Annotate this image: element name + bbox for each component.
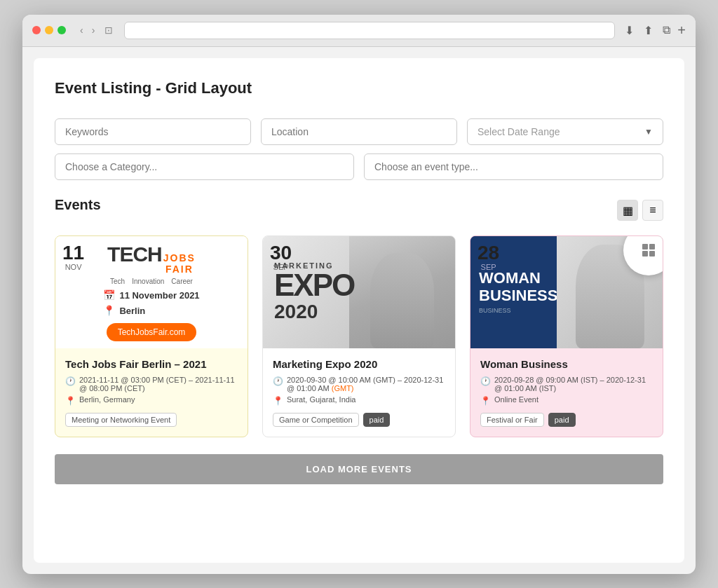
woman-card-tags: Festival or Fair paid [480, 413, 653, 427]
expo-card-meta: 🕐 2020-09-30 @ 10:00 AM (GMT) – 2020-12-… [273, 376, 445, 406]
grid-icon: ▦ [623, 204, 633, 217]
expo-person-bg [349, 236, 455, 348]
woman-paid-tag: paid [548, 413, 576, 427]
copy-icon[interactable]: ⧉ [660, 22, 673, 39]
browser-content: Event Listing - Grid Layout Select Date … [34, 58, 684, 563]
woman-title-display: WOMANBUSINESS [479, 270, 555, 303]
location-pin-icon: 📍 [65, 396, 76, 406]
expo-datetime: 2020-09-30 @ 10:00 AM (GMT) – 2020-12-31… [287, 376, 445, 392]
expo-location-row: 📍 Surat, Gujarat, India [273, 395, 445, 406]
tab-button[interactable]: ⊡ [100, 23, 117, 37]
forward-button[interactable]: › [89, 23, 98, 37]
search-row-2 [55, 153, 663, 180]
tech-date-badge: 11 NOV [62, 243, 84, 271]
maximize-dot[interactable] [57, 26, 66, 34]
load-more-button[interactable]: LOAD MORE EVENTS [55, 454, 663, 484]
daterange-select[interactable]: Select Date Range ▼ [467, 118, 663, 145]
woman-date-badge: 28 SEP [477, 243, 499, 271]
browser-actions: ⬇ ⬆ ⧉ + [622, 22, 686, 39]
tech-card-tags: Meeting or Networking Event [65, 413, 238, 427]
woman-event-tag: Festival or Fair [480, 413, 544, 427]
clock-icon-woman: 🕐 [480, 376, 491, 386]
woman-card-body: Woman Business 🕐 2020-09-28 @ 09:00 AM (… [470, 348, 663, 437]
event-image-tech: 11 NOV TECH JOBS FAIR [55, 236, 248, 348]
event-card-tech-jobs-fair[interactable]: 11 NOV TECH JOBS FAIR [55, 235, 248, 437]
tech-datetime-row: 🕐 2021-11-11 @ 03:00 PM (CET) – 2021-11-… [65, 376, 238, 392]
woman-location: Online Event [494, 395, 538, 404]
grid-view-icon [642, 244, 655, 257]
tech-event-date: 11 November 2021 [119, 290, 199, 301]
browser-dots [32, 26, 66, 34]
expo-text-block: MARKETING EXPO 2020 [274, 261, 354, 323]
event-image-expo: 30 SEP MARKETING EXPO 2020 [263, 236, 455, 348]
gmt-link[interactable]: (GMT) [332, 384, 354, 392]
events-header: Events ▦ ≡ [55, 197, 663, 224]
tech-website-button[interactable]: TechJobsFair.com [107, 323, 197, 341]
tech-card-body: Tech Jobs Fair Berlin – 2021 🕐 2021-11-1… [55, 348, 248, 437]
expo-expo-text: EXPO [274, 270, 354, 301]
tech-card-meta: 🕐 2021-11-11 @ 03:00 PM (CET) – 2021-11-… [65, 376, 238, 406]
add-tab-button[interactable]: + [677, 22, 686, 39]
tech-month: NOV [62, 263, 84, 271]
tech-text: TECH [107, 242, 162, 266]
woman-day: 28 [477, 243, 499, 263]
location-pin-icon-expo: 📍 [273, 396, 283, 406]
event-card-woman-business[interactable]: WOMANBUSINESS BUSINESS 28 SEP Woman Busi… [470, 235, 663, 437]
woman-datetime-row: 🕐 2020-09-28 @ 09:00 AM (IST) – 2020-12-… [480, 376, 653, 392]
expo-datetime-row: 🕐 2020-09-30 @ 10:00 AM (GMT) – 2020-12-… [273, 376, 445, 392]
expo-card-body: Marketing Expo 2020 🕐 2020-09-30 @ 10:00… [263, 348, 455, 437]
download-icon[interactable]: ⬇ [622, 22, 637, 39]
list-icon: ≡ [649, 204, 656, 217]
tech-location-meta-row: 📍 Berlin, Germany [65, 395, 238, 406]
location-pin-icon-woman: 📍 [480, 396, 491, 406]
woman-location-row: 📍 Online Event [480, 395, 653, 406]
jobs-word: JOBS [163, 252, 196, 264]
close-dot[interactable] [32, 26, 41, 34]
woman-subtitle: BUSINESS [479, 307, 555, 314]
search-section: Select Date Range ▼ [55, 118, 663, 180]
tech-day: 11 [62, 243, 84, 263]
tech-details: 📅 11 November 2021 📍 Berlin [103, 285, 199, 320]
clock-icon-expo: 🕐 [273, 376, 283, 386]
expo-year-text: 2020 [274, 301, 354, 323]
grid-view-button[interactable]: ▦ [617, 200, 638, 221]
share-icon[interactable]: ⬆ [641, 22, 656, 39]
tech-event-location: Berlin [119, 306, 145, 316]
expo-card-title: Marketing Expo 2020 [273, 358, 445, 370]
keywords-input[interactable] [55, 118, 251, 145]
eventtype-input[interactable] [364, 153, 663, 180]
chevron-down-icon: ▼ [644, 127, 653, 137]
expo-paid-tag: paid [363, 413, 391, 427]
tech-location-row: 📍 Berlin [103, 305, 199, 316]
minimize-dot[interactable] [45, 26, 53, 34]
events-section: Events ▦ ≡ 11 NOV [55, 197, 663, 484]
expo-card-tags: Game or Competition paid [273, 413, 445, 427]
list-view-button[interactable]: ≡ [642, 200, 663, 221]
browser-titlebar: ‹ › ⊡ ⬇ ⬆ ⧉ + [22, 15, 696, 47]
back-button[interactable]: ‹ [77, 23, 86, 37]
tech-logo: TECH JOBS FAIR Tech Innovation Career [64, 245, 239, 340]
page-title: Event Listing - Grid Layout [55, 79, 663, 97]
woman-month: SEP [477, 263, 499, 271]
tech-datetime: 2021-11-11 @ 03:00 PM (CET) – 2021-11-11… [79, 376, 238, 392]
tech-event-tag: Meeting or Networking Event [65, 413, 177, 427]
category-input[interactable] [55, 153, 354, 180]
tech-logo-top: TECH JOBS FAIR [107, 242, 196, 275]
events-label: Events [55, 197, 101, 213]
address-bar[interactable] [124, 22, 615, 39]
location-input[interactable] [261, 118, 457, 145]
woman-card-title: Woman Business [480, 358, 653, 370]
expo-location: Surat, Gujarat, India [287, 395, 355, 404]
fair-word: FAIR [165, 264, 194, 275]
clock-icon: 🕐 [65, 376, 76, 386]
events-grid: 11 NOV TECH JOBS FAIR [55, 235, 663, 437]
tech-location: Berlin, Germany [79, 395, 135, 404]
woman-card-meta: 🕐 2020-09-28 @ 09:00 AM (IST) – 2020-12-… [480, 376, 653, 406]
tech-jobs: JOBS FAIR [163, 252, 196, 275]
expo-event-tag: Game or Competition [273, 413, 359, 427]
pin-icon: 📍 [103, 305, 115, 316]
tech-tagline: Tech Innovation Career [110, 278, 193, 285]
calendar-icon: 📅 [103, 289, 115, 301]
woman-datetime: 2020-09-28 @ 09:00 AM (IST) – 2020-12-31… [494, 376, 653, 392]
event-card-marketing-expo[interactable]: 30 SEP MARKETING EXPO 2020 [262, 235, 456, 437]
